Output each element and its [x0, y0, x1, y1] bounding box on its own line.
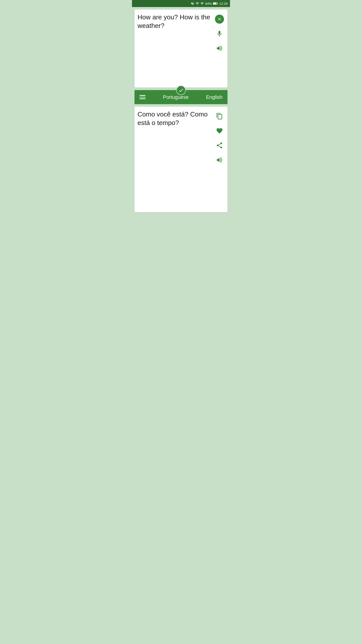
signal-icon	[200, 2, 204, 5]
svg-rect-1	[217, 3, 218, 4]
clear-button[interactable]	[214, 14, 224, 24]
status-bar: 84% ⚡ 12:29	[132, 0, 230, 7]
menu-button[interactable]	[140, 95, 146, 99]
close-circle	[215, 15, 224, 24]
menu-line-3	[140, 98, 146, 99]
confirm-button-container[interactable]	[176, 86, 186, 95]
toolbar: Portuguese English	[134, 90, 228, 104]
target-language-button[interactable]: English	[206, 94, 222, 100]
output-panel: Como você está? Como está o tempo?	[134, 107, 228, 212]
share-button[interactable]	[214, 140, 224, 150]
output-speaker-button[interactable]	[214, 155, 224, 165]
output-actions	[214, 110, 224, 209]
input-text-area[interactable]: How are you? How is the weather?	[138, 13, 214, 84]
battery-level: 84%	[205, 2, 212, 6]
menu-line-1	[140, 95, 146, 96]
favorite-button[interactable]	[214, 126, 224, 136]
time: 12:29	[219, 2, 228, 6]
status-icons: 84% ⚡ 12:29	[191, 2, 228, 6]
main-content: How are you? How is the weather?	[132, 7, 230, 215]
mute-icon	[191, 2, 194, 5]
close-icon	[217, 17, 222, 21]
wifi-icon	[196, 2, 199, 5]
battery-icon: ⚡	[213, 2, 218, 5]
share-icon	[216, 142, 223, 149]
input-text: How are you? How is the weather?	[138, 13, 210, 29]
check-icon	[178, 88, 184, 93]
svg-text:⚡: ⚡	[214, 3, 216, 5]
output-text: Como você está? Como está o tempo?	[138, 110, 208, 127]
input-speaker-icon	[216, 45, 223, 52]
output-speaker-icon	[216, 156, 223, 164]
source-language-button[interactable]: Portuguese	[163, 94, 189, 100]
output-text-area: Como você está? Como está o tempo?	[138, 110, 214, 209]
copy-button[interactable]	[214, 111, 224, 121]
input-panel: How are you? How is the weather?	[134, 10, 228, 88]
copy-icon	[216, 113, 223, 120]
heart-icon	[216, 127, 223, 134]
microphone-icon	[216, 30, 223, 37]
input-actions	[214, 13, 224, 84]
checkmark-svg	[178, 88, 184, 93]
input-speaker-button[interactable]	[214, 43, 224, 53]
microphone-button[interactable]	[214, 29, 224, 39]
menu-line-2	[140, 97, 146, 98]
